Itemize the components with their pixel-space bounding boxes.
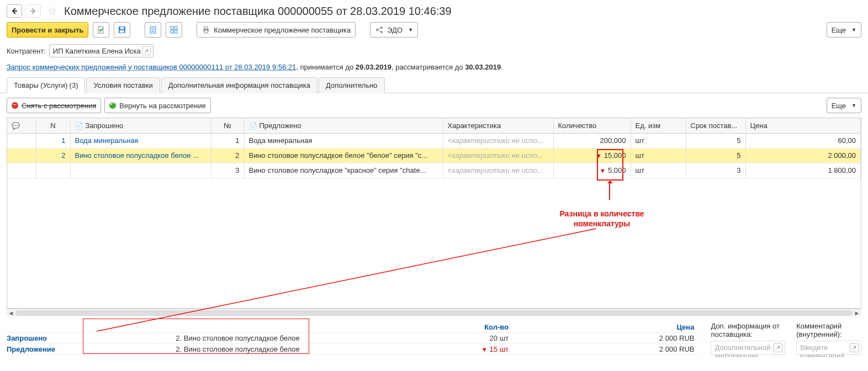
svg-rect-2 <box>98 26 103 33</box>
scroll-thumb[interactable] <box>15 310 853 316</box>
annotation-arrow <box>609 181 610 200</box>
return-label: Вернуть на рассмотрение <box>119 102 206 110</box>
col-num[interactable]: № <box>211 118 244 133</box>
warn-down-icon: ▼ <box>596 152 602 159</box>
chevron-down-icon: ▼ <box>851 27 856 33</box>
col-unit[interactable]: Ед. изм <box>631 118 686 133</box>
edo-icon <box>375 25 384 34</box>
toolbar-more-label: Еще <box>832 26 846 34</box>
svg-rect-16 <box>204 30 208 33</box>
chevron-down-icon: ▼ <box>851 103 856 108</box>
table-row[interactable]: 3Вино столовое полусладкое "красное" сер… <box>7 163 861 178</box>
col-term[interactable]: Срок постав... <box>686 118 745 133</box>
supplier-info-label: Доп. информация от поставщика: <box>711 322 785 338</box>
post-close-label: Провести и закрыть <box>12 26 83 34</box>
svg-rect-15 <box>204 26 208 29</box>
col-offered[interactable]: 📄Предложено <box>244 118 443 133</box>
col-qty[interactable]: Количество <box>553 118 631 133</box>
summary-req-qty: 20 шт <box>345 332 514 343</box>
summary-off-name: 2. Вино столовое полусладкое белое <box>176 343 345 354</box>
comment-input[interactable]: Введите комментарий по этому предложению… <box>796 341 861 355</box>
warn-down-icon: ▼ <box>481 346 488 353</box>
tab-additional[interactable]: Дополнительно <box>319 77 385 93</box>
table-row[interactable]: 2Вино столовое полусладкое белое ...2Вин… <box>7 148 861 163</box>
annotation-text: Разница в количестве номенклатуры <box>541 209 663 229</box>
contractor-label: Контрагент: <box>7 47 46 55</box>
summary-offer-label: Предложение <box>7 343 176 354</box>
summary-col-qty: Кол-во <box>345 322 514 333</box>
print-doc-button[interactable]: Коммерческое предложение поставщика <box>197 22 356 38</box>
contractor-input[interactable]: ИП Калеткина Елена Иска ↗ <box>49 44 154 57</box>
tab-supplier-info[interactable]: Дополнительная информация поставщика <box>161 77 317 93</box>
return-icon <box>109 102 116 109</box>
tab-delivery[interactable]: Условия поставки <box>86 77 160 93</box>
offered-icon: 📄 <box>249 122 257 130</box>
request-link[interactable]: Запрос коммерческих предложений у постав… <box>7 63 296 71</box>
table-h-scroll[interactable]: ◄ ► <box>7 309 861 316</box>
favorite-star-icon[interactable]: ☆ <box>47 4 57 18</box>
svg-point-18 <box>380 26 383 29</box>
subtoolbar-more-label: Еще <box>832 102 846 110</box>
printer-icon <box>202 25 210 34</box>
arrow-right-icon <box>29 7 38 15</box>
page-title: Коммерческое предложение поставщика 0000… <box>64 5 452 18</box>
col-chat[interactable]: 💬 <box>7 118 36 133</box>
doc-button-2[interactable] <box>166 22 182 38</box>
comment-icon: 💬 <box>12 122 20 130</box>
remove-consideration-button[interactable]: Снять с рассмотрения <box>7 98 101 113</box>
structure-icon <box>170 25 178 34</box>
edo-label: ЭДО <box>387 26 403 34</box>
remove-label: Снять с рассмотрения <box>22 102 96 110</box>
save-button[interactable] <box>93 22 109 38</box>
supplier-info-value[interactable]: Дополнительной информации нет ↗ <box>711 341 785 355</box>
toolbar-more-button[interactable]: Еще ▼ <box>827 22 861 38</box>
tab-goods[interactable]: Товары (Услуги) (3) <box>7 77 85 93</box>
requested-icon: 📄 <box>75 122 83 130</box>
col-char[interactable]: Характеристика <box>443 118 553 133</box>
col-price[interactable]: Цена <box>745 118 861 133</box>
svg-rect-12 <box>171 30 173 33</box>
summary-box: Кол-во Цена Запрошено 2. Вино столовое п… <box>7 322 700 355</box>
table-row[interactable]: 1Вода минеральная1Вода минеральная<харак… <box>7 133 861 148</box>
svg-rect-4 <box>120 27 124 29</box>
items-table: 💬 N 📄Запрошено № 📄Предложено Характерист… <box>7 118 861 309</box>
scroll-left-icon[interactable]: ◄ <box>7 309 15 317</box>
summary-off-price: 2 000 RUB <box>531 343 700 354</box>
post-and-close-button[interactable]: Провести и закрыть <box>7 22 88 38</box>
summary-req-price: 2 000 RUB <box>531 332 700 343</box>
return-consideration-button[interactable]: Вернуть на рассмотрение <box>104 98 211 113</box>
print-doc-label: Коммерческое предложение поставщика <box>214 26 351 34</box>
svg-line-21 <box>378 30 380 31</box>
svg-rect-13 <box>174 30 177 33</box>
save-disk-button[interactable] <box>114 22 130 38</box>
svg-rect-10 <box>171 26 173 29</box>
document-check-icon <box>97 25 105 34</box>
contractor-value: ИП Калеткина Елена Иска <box>53 47 141 55</box>
open-reference-icon[interactable]: ↗ <box>850 343 859 352</box>
svg-line-20 <box>378 28 380 29</box>
arrow-left-icon <box>10 7 19 15</box>
nav-forward-button[interactable] <box>25 4 41 18</box>
summary-requested-label: Запрошено <box>7 332 176 343</box>
request-info-line: Запрос коммерческих предложений у постав… <box>0 63 868 77</box>
document-icon <box>149 25 157 34</box>
col-requested[interactable]: 📄Запрошено <box>70 118 211 133</box>
summary-off-qty: ▼15 шт <box>345 343 514 354</box>
open-reference-icon[interactable]: ↗ <box>774 343 782 352</box>
open-reference-icon[interactable]: ↗ <box>142 46 151 55</box>
comment-label: Комментарий (внутренний): <box>796 322 861 338</box>
chevron-down-icon: ▼ <box>408 27 413 33</box>
summary-req-name: 2. Вино столовое полусладкое белое <box>176 332 345 343</box>
remove-icon <box>12 102 18 109</box>
svg-point-19 <box>380 31 383 33</box>
edo-button[interactable]: ЭДО ▼ <box>370 22 418 38</box>
doc-button-1[interactable] <box>145 22 161 38</box>
subtoolbar-more-button[interactable]: Еще ▼ <box>827 98 861 113</box>
svg-rect-5 <box>120 30 124 33</box>
warn-down-icon: ▼ <box>600 167 606 174</box>
svg-rect-11 <box>174 26 177 29</box>
summary-col-price: Цена <box>531 322 700 333</box>
col-n[interactable]: N <box>36 118 70 133</box>
nav-back-button[interactable] <box>7 4 22 18</box>
scroll-right-icon[interactable]: ► <box>853 309 861 317</box>
